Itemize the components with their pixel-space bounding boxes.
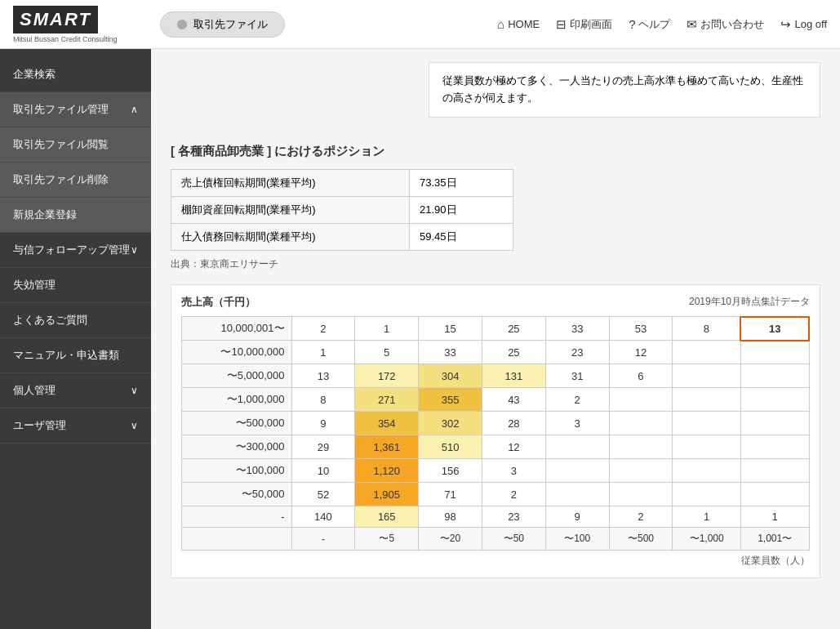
sidebar-label-expiry: 失効管理 <box>13 278 56 292</box>
grid-row: 〜100,000101,1201563 <box>182 459 810 483</box>
grid-cell <box>740 364 809 388</box>
file-button-label: 取引先ファイル <box>193 17 268 32</box>
grid-cell: 2 <box>482 483 545 506</box>
info-box: 従業員数が極めて多く、一人当たりの売上高水準も極めて高いため、生産性の高さが伺え… <box>429 62 820 118</box>
grid-cell <box>673 364 741 388</box>
sidebar-item-user-mgmt[interactable]: ユーザ管理 ∨ <box>0 408 151 444</box>
stats-value: 73.35日 <box>410 169 513 196</box>
grid-cell: 271 <box>355 388 419 412</box>
sidebar: 企業検索 取引先ファイル管理 ∧ 取引先ファイル閲覧 取引先ファイル削除 新規企… <box>0 49 151 629</box>
nav-links: ⌂ HOME ⊟ 印刷画面 ? ヘルプ ✉ お問い合わせ ↪ Log off <box>497 17 827 32</box>
grid-cell: 25 <box>482 317 545 341</box>
grid-cell: 1,361 <box>355 435 419 459</box>
grid-cell: 354 <box>355 412 419 435</box>
grid-footer-row: -〜5〜20〜50〜100〜500〜1,0001,001〜 <box>182 528 810 551</box>
grid-cell: 12 <box>609 341 673 364</box>
grid-cell <box>740 412 809 435</box>
grid-cell: 33 <box>419 341 482 364</box>
grid-col-header: 1,001〜 <box>740 528 809 551</box>
grid-cell: 8 <box>673 317 741 341</box>
stats-label: 売上債権回転期間(業種平均) <box>171 169 410 196</box>
sidebar-item-faq[interactable]: よくあるご質問 <box>0 303 151 338</box>
grid-cell <box>609 435 673 459</box>
chevron-up-icon: ∧ <box>131 104 138 115</box>
sidebar-item-credit-followup[interactable]: 与信フォローアップ管理 ∨ <box>0 233 151 268</box>
logoff-label: Log off <box>794 18 827 30</box>
grid-label: 売上高（千円） <box>181 295 256 310</box>
grid-cell: 1,120 <box>355 459 419 483</box>
sidebar-item-file-mgmt[interactable]: 取引先ファイル管理 ∧ <box>0 92 151 127</box>
grid-cell: 9 <box>545 506 609 528</box>
sidebar-label-personal-mgmt: 個人管理 <box>13 383 56 398</box>
chevron-down-icon-user: ∨ <box>131 420 138 431</box>
mail-icon: ✉ <box>687 17 697 32</box>
sidebar-label-file-view: 取引先ファイル閲覧 <box>13 137 109 152</box>
grid-cell: 1 <box>291 341 355 364</box>
home-link[interactable]: ⌂ HOME <box>497 17 540 31</box>
contact-link[interactable]: ✉ お問い合わせ <box>687 17 764 32</box>
layout: 企業検索 取引先ファイル管理 ∧ 取引先ファイル閲覧 取引先ファイル削除 新規企… <box>0 49 840 629</box>
grid-cell <box>740 483 809 506</box>
home-label: HOME <box>508 18 540 30</box>
sidebar-item-company-search[interactable]: 企業検索 <box>0 57 151 92</box>
grid-cell: 2 <box>291 317 355 341</box>
grid-cell: 1,905 <box>355 483 419 506</box>
grid-cell: 156 <box>419 459 482 483</box>
stats-label: 棚卸資産回転期間(業種平均) <box>171 196 410 223</box>
sidebar-label-file-mgmt: 取引先ファイル管理 <box>13 102 109 117</box>
grid-cell: 33 <box>545 317 609 341</box>
grid-cell <box>609 483 673 506</box>
grid-row: 〜500,0009354302283 <box>182 412 810 435</box>
grid-cell: 13 <box>740 317 809 341</box>
sidebar-item-expiry[interactable]: 失効管理 <box>0 268 151 303</box>
grid-row-header: 〜10,000,000 <box>182 341 292 364</box>
print-label: 印刷画面 <box>570 17 612 32</box>
grid-cell: 25 <box>482 341 545 364</box>
logo: SMART <box>13 6 98 33</box>
grid-header-row: 売上高（千円） 2019年10月時点集計データ <box>181 295 810 310</box>
file-button[interactable]: 取引先ファイル <box>160 11 285 38</box>
grid-row-header: 10,000,001〜 <box>182 317 292 341</box>
grid-cell: 15 <box>419 317 482 341</box>
stats-label: 仕入債務回転期間(業種平均) <box>171 223 410 250</box>
grid-cell <box>740 435 809 459</box>
grid-cell: 510 <box>419 435 482 459</box>
grid-cell <box>673 483 741 506</box>
print-link[interactable]: ⊟ 印刷画面 <box>556 17 612 32</box>
grid-cell: 52 <box>291 483 355 506</box>
grid-row-header: 〜500,000 <box>182 412 292 435</box>
grid-col-header: 〜100 <box>545 528 609 551</box>
sidebar-item-new-company[interactable]: 新規企業登録 <box>0 198 151 233</box>
grid-cell: 71 <box>419 483 482 506</box>
sidebar-item-manuals[interactable]: マニュアル・申込書類 <box>0 338 151 373</box>
file-dot-icon <box>177 20 187 29</box>
grid-cell: 9 <box>291 412 355 435</box>
grid-cell <box>740 341 809 364</box>
sidebar-item-file-delete[interactable]: 取引先ファイル削除 <box>0 163 151 198</box>
footer-note: 従業員数（人） <box>181 554 810 568</box>
grid-cell <box>545 435 609 459</box>
grid-cell <box>673 459 741 483</box>
stats-row: 仕入債務回転期間(業種平均)59.45日 <box>171 223 513 250</box>
help-link[interactable]: ? ヘルプ <box>629 17 670 32</box>
grid-cell: 10 <box>291 459 355 483</box>
contact-label: お問い合わせ <box>700 17 764 32</box>
grid-cell: 2 <box>609 506 673 528</box>
grid-cell <box>740 388 809 412</box>
grid-cell: 3 <box>545 412 609 435</box>
grid-cell: 304 <box>419 364 482 388</box>
grid-cell: 1 <box>740 506 809 528</box>
sidebar-item-personal-mgmt[interactable]: 個人管理 ∨ <box>0 373 151 408</box>
data-grid: 10,000,001〜2115253353813〜10,000,00015332… <box>181 316 810 551</box>
grid-cell <box>609 459 673 483</box>
info-text: 従業員数が極めて多く、一人当たりの売上高水準も極めて高いため、生産性の高さが伺え… <box>442 74 803 104</box>
grid-cell: 5 <box>355 341 419 364</box>
grid-cell <box>545 483 609 506</box>
grid-col-header: 〜1,000 <box>673 528 741 551</box>
grid-cell: 13 <box>291 364 355 388</box>
grid-row: 10,000,001〜2115253353813 <box>182 317 810 341</box>
grid-row-header: 〜5,000,000 <box>182 364 292 388</box>
logoff-link[interactable]: ↪ Log off <box>780 17 827 32</box>
grid-section: 売上高（千円） 2019年10月時点集計データ 10,000,001〜21152… <box>171 284 820 579</box>
sidebar-item-file-view[interactable]: 取引先ファイル閲覧 <box>0 127 151 163</box>
